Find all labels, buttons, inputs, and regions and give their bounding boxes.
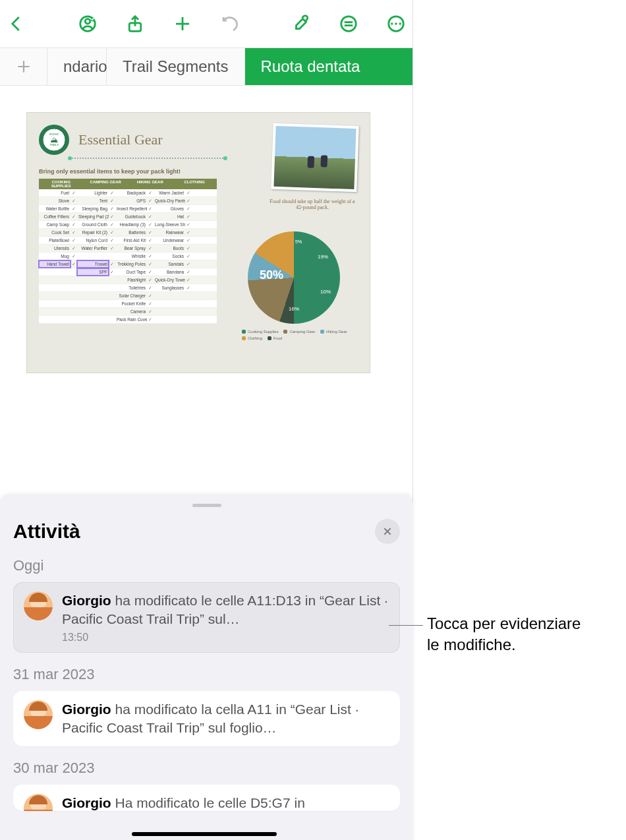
hiking-photo bbox=[271, 123, 358, 192]
photo-caption: Food should take up half the weight of a… bbox=[270, 198, 355, 210]
activity-item[interactable]: Giorgio ha modificato le celle A11:D13 i… bbox=[13, 582, 400, 653]
trails-badge-icon: SCENIC ⛰ TRAILS bbox=[39, 125, 69, 155]
svg-point-7 bbox=[395, 22, 397, 25]
table-row: Plate/Bowl✓Nylon Cord✓First-Aid Kit✓Unde… bbox=[39, 237, 217, 245]
more-icon[interactable] bbox=[385, 13, 407, 35]
annotation-callout: Tocca per evidenziare le modifiche. bbox=[427, 613, 581, 656]
back-icon[interactable] bbox=[5, 13, 28, 35]
table-row: Flashlight✓Quick-Dry Towel✓ bbox=[39, 276, 217, 284]
activity-item[interactable]: Giorgio Ha modificato le celle D5:G7 in bbox=[13, 785, 400, 811]
close-activity-button[interactable] bbox=[375, 519, 400, 544]
format-brush-icon[interactable] bbox=[290, 13, 312, 35]
sheet-grabber[interactable] bbox=[192, 504, 221, 507]
table-row: Toiletries✓Sunglasses✓ bbox=[39, 284, 217, 292]
share-icon[interactable] bbox=[124, 13, 146, 35]
settings-menu-icon[interactable] bbox=[337, 13, 360, 35]
activity-title: Attività bbox=[13, 520, 80, 543]
undo-icon bbox=[219, 13, 241, 35]
insert-icon[interactable] bbox=[171, 13, 194, 35]
activity-time: 13:50 bbox=[62, 632, 389, 644]
activity-text: Giorgio ha modificato le celle A11:D13 i… bbox=[62, 591, 389, 629]
home-indicator bbox=[132, 832, 277, 836]
activity-text: Giorgio ha modificato la cella A11 in “G… bbox=[62, 700, 389, 738]
tab-calendario[interactable]: ndario bbox=[47, 48, 107, 85]
table-row: Utensils✓Water Purifier✓Bear Spray✓Boots… bbox=[39, 245, 217, 253]
toolbar bbox=[0, 0, 413, 47]
table-row: Pocket Knife✓ bbox=[39, 300, 217, 308]
table-row: Water Bottle✓Sleeping Bag✓Insect Repelle… bbox=[39, 205, 217, 213]
table-row: SPF✓Duct Tape✓Bandana✓ bbox=[39, 268, 217, 276]
spreadsheet-preview: SCENIC ⛰ TRAILS Essential Gear Bring onl… bbox=[26, 112, 370, 373]
table-row: Fuel✓Lighter✓Backpack✓Warm Jacket✓ bbox=[39, 189, 217, 197]
sheet-tabs: ndario Trail Segments Ruota dentata bbox=[0, 47, 413, 86]
activity-date-label: 30 mar 2023 bbox=[13, 760, 400, 777]
activity-text: Giorgio Ha modificato le celle D5:G7 in bbox=[62, 794, 305, 811]
table-row: Cook Set✓Repair Kit (2)✓Batteries✓Rainwe… bbox=[39, 229, 217, 237]
activity-panel: Attività OggiGiorgio ha modificato le ce… bbox=[0, 495, 413, 840]
table-row: Coffee Filters✓Sleeping Pad (2)✓Guideboo… bbox=[39, 213, 217, 221]
pack-weight-chart: 50% 5% 19% 10% 16% Cooking Supplies Camp… bbox=[238, 231, 350, 342]
sheet-title: Essential Gear bbox=[78, 131, 163, 148]
activity-item[interactable]: Giorgio ha modificato la cella A11 in “G… bbox=[13, 691, 400, 747]
spreadsheet-app: ndario Trail Segments Ruota dentata SCEN… bbox=[0, 0, 413, 840]
table-row: Camp Soap✓Ground Cloth✓Headlamp (3)✓Long… bbox=[39, 221, 217, 229]
tab-trail-segments[interactable]: Trail Segments bbox=[107, 48, 245, 85]
table-row: Stove✓Tent✓GPS✓Quick-Dry Pants✓ bbox=[39, 197, 217, 205]
activity-date-label: 31 mar 2023 bbox=[13, 666, 400, 683]
table-row: Hand Towel✓Trowel✓Trekking Poles✓Sandals… bbox=[39, 260, 217, 268]
table-row: Mug✓Whistle✓Socks✓ bbox=[39, 253, 217, 260]
avatar bbox=[24, 700, 53, 729]
table-row: Camera✓ bbox=[39, 308, 217, 316]
tab-ruota-dentata[interactable]: Ruota dentata bbox=[245, 48, 413, 85]
table-row: Pack Rain Cover✓ bbox=[39, 316, 217, 324]
avatar bbox=[24, 794, 53, 811]
svg-point-1 bbox=[85, 19, 90, 24]
collaborate-icon[interactable] bbox=[76, 13, 99, 35]
svg-point-4 bbox=[341, 16, 356, 32]
activity-date-label: Oggi bbox=[13, 557, 400, 574]
svg-point-6 bbox=[391, 22, 393, 25]
gear-table: COOKING SUPPLIES CAMPING GEAR HIKING GEA… bbox=[39, 179, 217, 324]
add-sheet-button[interactable] bbox=[0, 48, 47, 85]
table-row: Solar Charger✓ bbox=[39, 292, 217, 300]
avatar bbox=[24, 591, 53, 620]
svg-point-8 bbox=[399, 22, 402, 25]
chart-legend: Cooking Supplies Camping Gear Hiking Gea… bbox=[238, 329, 350, 342]
